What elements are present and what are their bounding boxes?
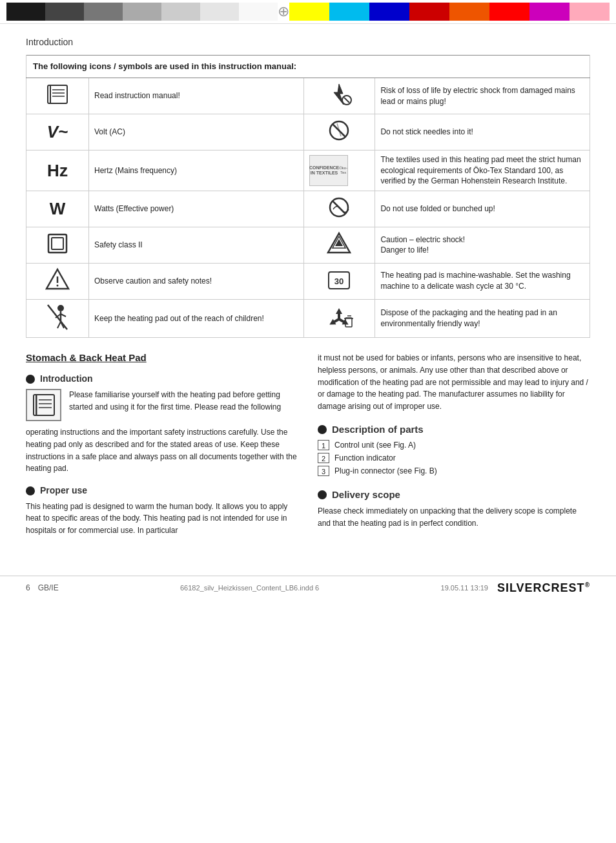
part-1-text: Control unit (see Fig. A) <box>334 441 416 450</box>
description-section-header: Description of parts <box>318 424 590 435</box>
swatch <box>369 3 409 21</box>
page-footer: 6 GB/IE 66182_silv_Heizkissen_Content_LB… <box>0 576 616 600</box>
svg-marker-17 <box>335 239 343 246</box>
icon-no-children <box>26 299 89 338</box>
no-needles-text: Do not stick needles into it! <box>375 114 590 150</box>
safety-class-text: Safety class II <box>89 227 304 263</box>
icon-caution-shock <box>303 227 375 263</box>
icon-eco-tex: CONFIDENCEIN TEXTILES Öko-Tex <box>303 150 375 191</box>
brand-logo: SILVERCREST® <box>497 581 590 595</box>
icon-no-needles <box>303 114 375 150</box>
color-swatches-right <box>289 3 610 21</box>
table-row: Hz Hertz (Mains frequency) CONFIDENCEIN … <box>26 150 590 191</box>
list-item: 1 Control unit (see Fig. A) <box>318 440 590 450</box>
watts-text: Watts (Effective power) <box>89 191 304 227</box>
svg-line-29 <box>48 305 67 329</box>
svg-rect-34 <box>36 395 37 415</box>
icons-symbols-table: The following icons / symbols are used i… <box>26 55 590 338</box>
icon-electric-shock <box>303 78 375 114</box>
book-icon-large <box>31 393 57 417</box>
swatch <box>529 3 570 21</box>
proper-use-section-header: Proper use <box>26 485 298 495</box>
no-fold-icon <box>325 195 353 220</box>
proper-use-body: This heating pad is designed to warm the… <box>26 501 298 537</box>
caution-notes-icon <box>45 267 70 292</box>
brand-reg-mark: ® <box>585 581 590 588</box>
part-2-text: Function indicator <box>334 453 396 463</box>
icon-caution-notes <box>26 263 89 299</box>
caution-shock-text: Caution – electric shock!Danger to life! <box>375 227 590 263</box>
svg-line-7 <box>344 98 349 103</box>
swatch <box>289 3 329 21</box>
part-3-text: Plug-in connector (see Fig. B) <box>334 466 437 475</box>
read-manual-text: Read instruction manual! <box>89 78 304 114</box>
table-row: Safety class II Caution – electric shock… <box>26 227 590 263</box>
table-row: W Watts (Effective power) Do not use fol… <box>26 191 590 227</box>
no-needles-icon <box>325 118 353 143</box>
section-heading: Introduction <box>26 37 590 47</box>
product-title: Stomach & Back Heat Pad <box>26 352 298 363</box>
file-info: 66182_silv_Heizkissen_Content_LB6.indd 6 <box>180 584 319 592</box>
delivery-section-header: Delivery scope <box>318 489 590 500</box>
no-children-icon <box>45 304 70 331</box>
table-header: The following icons / symbols are used i… <box>26 56 590 78</box>
intro-icon-row: Please familiarise yourself with the hea… <box>26 389 298 421</box>
page-content: Introduction The following icons / symbo… <box>0 24 616 563</box>
right-column: it must not be used for babies or infant… <box>318 352 590 543</box>
icon-read-manual <box>26 78 89 114</box>
table-row: V~ Volt (AC) Do not stick needles into i… <box>26 114 590 150</box>
svg-point-23 <box>57 305 64 311</box>
icon-no-fold <box>303 191 375 227</box>
color-swatches-left <box>6 3 278 21</box>
lower-content: Stomach & Back Heat Pad Introduction Ple <box>26 352 590 543</box>
swatch <box>329 3 369 21</box>
electric-shock-text: Risk of loss of life by electric shock f… <box>375 78 590 114</box>
swatch <box>409 3 449 21</box>
swatch <box>570 3 610 21</box>
swatch <box>123 3 161 21</box>
swatch <box>161 3 200 21</box>
proper-use-cont-text: it must not be used for babies or infant… <box>318 352 590 412</box>
svg-rect-1 <box>50 85 51 103</box>
date-info: 19.05.11 13:19 <box>441 584 488 592</box>
icon-30-wash: 30 <box>303 263 375 299</box>
electric-shock-icon <box>325 82 353 107</box>
swatch <box>45 3 84 21</box>
svg-text:30: 30 <box>334 276 344 286</box>
table-row: Keep the heating pad out of the reach of… <box>26 299 590 338</box>
swatch <box>449 3 489 21</box>
proper-use-heading: Proper use <box>40 485 87 495</box>
hz-text: Hertz (Mains frequency) <box>89 150 304 191</box>
intro-body-partial: Please familiarise yourself with the hea… <box>69 389 298 413</box>
intro-heading: Introduction <box>40 373 93 384</box>
page-number: 6 <box>26 583 30 592</box>
intro-book-icon <box>26 389 61 421</box>
no-fold-text: Do not use folded or bunched up! <box>375 191 590 227</box>
table-row: Read instruction manual! Risk of loss of… <box>26 78 590 114</box>
swatch <box>489 3 529 21</box>
svg-line-27 <box>57 322 61 328</box>
bullet-icon <box>318 490 327 499</box>
part-num-1: 1 <box>318 440 329 450</box>
delivery-heading: Delivery scope <box>332 489 400 500</box>
locale: GB/IE <box>38 583 59 592</box>
delivery-body: Please check immediately on unpacking th… <box>318 505 590 529</box>
caution-shock-icon <box>326 231 352 256</box>
30-wash-icon: 30 <box>325 267 353 292</box>
swatch <box>84 3 123 21</box>
list-item: 3 Plug-in connector (see Fig. B) <box>318 466 590 476</box>
swatch <box>239 3 278 21</box>
swatch <box>6 3 45 21</box>
top-bar: ⊕ <box>0 0 616 24</box>
part-num-2: 2 <box>318 453 329 463</box>
eco-tex-text: The textiles used in this heating pad me… <box>375 150 590 191</box>
caution-notes-text: Observe caution and safety notes! <box>89 263 304 299</box>
bullet-icon <box>26 486 35 495</box>
list-item: 2 Function indicator <box>318 453 590 463</box>
icon-recycle <box>303 299 375 338</box>
intro-body: operating instructions and the important… <box>26 426 298 474</box>
icon-hz: Hz <box>26 150 89 191</box>
left-column: Stomach & Back Heat Pad Introduction Ple <box>26 352 298 543</box>
description-heading: Description of parts <box>332 424 424 435</box>
bullet-icon <box>318 425 327 434</box>
